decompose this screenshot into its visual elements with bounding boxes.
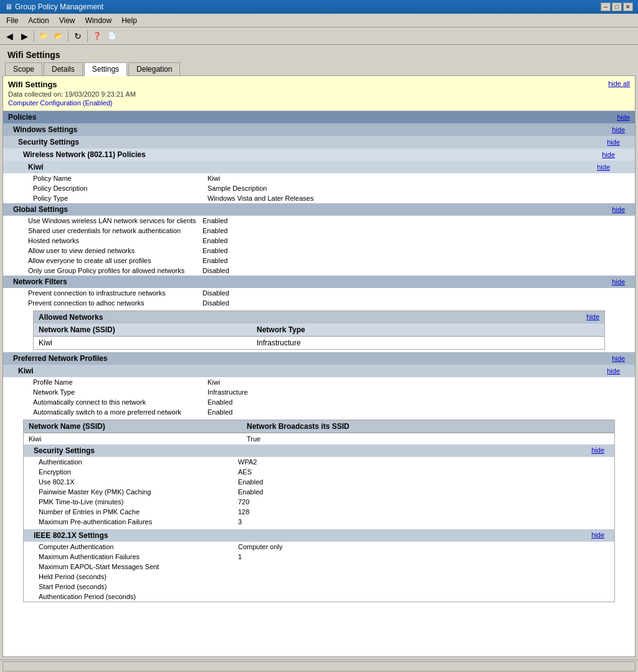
menu-view[interactable]: View xyxy=(55,15,79,26)
page-title: Wifi Settings xyxy=(2,47,636,62)
profile-label-3: Automatically switch to a more preferred… xyxy=(33,408,207,416)
windows-settings-label: Windows Settings xyxy=(13,125,77,134)
toolbar-divider-3 xyxy=(87,31,88,42)
nested-security-header: Security Settings hide xyxy=(24,444,614,457)
forward-button[interactable]: ▶ xyxy=(17,29,31,43)
security-settings-hide[interactable]: hide xyxy=(607,138,620,146)
global-row-2: Hosted networks Enabled xyxy=(3,236,635,246)
preferred-network-label: Preferred Network Profiles xyxy=(13,354,107,363)
menu-help[interactable]: Help xyxy=(118,15,141,26)
global-value-0: Enabled xyxy=(202,217,227,224)
security-label-5: Number of Entries in PMK Cache xyxy=(39,508,238,516)
help-button[interactable]: ❓ xyxy=(90,29,104,43)
network-filters-hide[interactable]: hide xyxy=(612,278,625,286)
network-filters-header: Network Filters hide xyxy=(3,276,635,288)
ieee-header: IEEE 802.1X Settings hide xyxy=(24,529,614,542)
network-filter-label-0: Prevent connection to infrastructure net… xyxy=(28,289,202,297)
wireless-network-hide[interactable]: hide xyxy=(602,151,615,158)
folder-button[interactable]: 📂 xyxy=(52,29,65,43)
menu-file[interactable]: File xyxy=(2,15,22,26)
minimize-button[interactable]: ─ xyxy=(601,2,611,11)
wireless-network-label: Wireless Network (802.11) Policies xyxy=(23,150,146,159)
export-button[interactable]: 📄 xyxy=(105,29,119,43)
tab-scope[interactable]: Scope xyxy=(5,62,42,76)
window-title: Group Policy Management xyxy=(15,2,103,11)
app-icon: 🖥 xyxy=(5,2,12,11)
global-value-3: Enabled xyxy=(202,247,227,254)
ieee-label-5: Authentication Period (seconds) xyxy=(39,593,238,600)
policy-type-row: Policy Type Windows Vista and Later Rele… xyxy=(3,193,635,203)
ssid-value2: Kiwi xyxy=(29,435,247,443)
global-label-3: Allow user to view denied networks xyxy=(28,247,202,254)
hide-all-link[interactable]: hide all xyxy=(608,80,630,87)
security-value-0: WPA2 xyxy=(238,458,257,466)
ssid-value: Kiwi xyxy=(39,338,257,347)
tab-delegation[interactable]: Delegation xyxy=(128,62,180,76)
refresh-button[interactable]: ↻ xyxy=(71,29,85,43)
profile-row-2: Automatically connect to this network En… xyxy=(3,397,635,407)
profile-value-3: Enabled xyxy=(207,408,232,416)
nested-security-hide[interactable]: hide xyxy=(591,446,604,455)
maximize-button[interactable]: □ xyxy=(612,2,622,11)
network-filter-label-1: Prevent connection to adhoc networks xyxy=(28,299,202,307)
security-value-4: 720 xyxy=(238,498,249,506)
security-value-1: AES xyxy=(238,468,252,476)
profile-label-2: Automatically connect to this network xyxy=(33,398,207,406)
policy-name-value: Kiwi xyxy=(207,175,220,182)
kiwi-profile-header: Kiwi hide xyxy=(3,365,635,377)
kiwi-profile-hide[interactable]: hide xyxy=(607,367,620,375)
settings-panel-title: Wifi Settings xyxy=(8,80,136,89)
security-label-2: Use 802.1X xyxy=(39,478,238,486)
preferred-network-hide[interactable]: hide xyxy=(612,355,625,362)
security-label-4: PMK Time-to-Live (minutes) xyxy=(39,498,238,506)
ieee-label-0: Computer Authentication xyxy=(39,543,238,550)
global-settings-hide[interactable]: hide xyxy=(612,206,625,213)
windows-settings-hide[interactable]: hide xyxy=(612,126,625,133)
global-row-3: Allow user to view denied networks Enabl… xyxy=(3,246,635,256)
allowed-networks-hide[interactable]: hide xyxy=(586,313,599,322)
global-settings-label: Global Settings xyxy=(13,205,68,214)
data-collected-label: Data collected on: 19/03/2020 9:23:21 AM xyxy=(8,90,136,98)
kiwi-policy-hide[interactable]: hide xyxy=(597,163,610,171)
profile-row-3: Automatically switch to a more preferred… xyxy=(3,407,635,417)
policies-header: Policies hide xyxy=(3,111,635,123)
back-button[interactable]: ◀ xyxy=(2,29,16,43)
broadcast-value: True xyxy=(247,435,260,443)
ieee-row-4: Start Period (seconds) xyxy=(24,582,614,592)
close-button[interactable]: ✕ xyxy=(623,2,633,11)
network-filter-row-1: Prevent connection to adhoc networks Dis… xyxy=(3,298,635,308)
global-value-4: Enabled xyxy=(202,257,227,264)
security-value-5: 128 xyxy=(238,508,249,516)
tabs: Scope Details Settings Delegation xyxy=(2,62,636,76)
up-button[interactable]: 📁 xyxy=(37,29,50,43)
allowed-networks-table-header: Network Name (SSID) Network Type xyxy=(34,324,604,337)
ieee-hide[interactable]: hide xyxy=(591,531,604,540)
status-bar xyxy=(0,660,638,672)
toolbar: ◀ ▶ 📁 📂 ↻ ❓ 📄 xyxy=(0,27,638,45)
ieee-label-2: Maximum EAPOL-Start Messages Sent xyxy=(39,563,238,570)
profile-label-1: Network Type xyxy=(33,388,207,396)
policy-name-row: Policy Name Kiwi xyxy=(3,173,635,183)
toolbar-divider-1 xyxy=(34,31,34,42)
title-bar-controls: ─ □ ✕ xyxy=(601,2,633,11)
policies-hide-link[interactable]: hide xyxy=(617,113,630,121)
allowed-networks-label: Allowed Networks xyxy=(39,313,103,322)
policy-desc-value: Sample Description xyxy=(207,185,267,192)
table-row: Kiwi Infrastructure xyxy=(34,337,604,349)
security-label-1: Encryption xyxy=(39,468,238,476)
ieee-label-3: Held Period (seconds) xyxy=(39,573,238,580)
settings-panel[interactable]: Wifi Settings Data collected on: 19/03/2… xyxy=(2,75,636,657)
security-label-3: Painwise Master Key (PMK) Caching xyxy=(39,488,238,496)
ieee-row-1: Maximum Authentication Failures 1 xyxy=(24,552,614,562)
tab-settings[interactable]: Settings xyxy=(84,62,127,76)
menu-action[interactable]: Action xyxy=(24,15,52,26)
security-value-3: Enabled xyxy=(238,488,263,496)
policy-type-value: Windows Vista and Later Releases xyxy=(207,194,313,202)
main-window: 🖥 Group Policy Management ─ □ ✕ File Act… xyxy=(0,0,638,672)
menu-window[interactable]: Window xyxy=(82,15,116,26)
tab-details[interactable]: Details xyxy=(44,62,83,76)
preferred-network-header: Preferred Network Profiles hide xyxy=(3,352,635,365)
global-label-0: Use Windows wireless LAN network service… xyxy=(28,217,202,224)
profile-value-1: Infrastructure xyxy=(207,388,248,396)
global-row-5: Only use Group Policy profiles for allow… xyxy=(3,266,635,276)
